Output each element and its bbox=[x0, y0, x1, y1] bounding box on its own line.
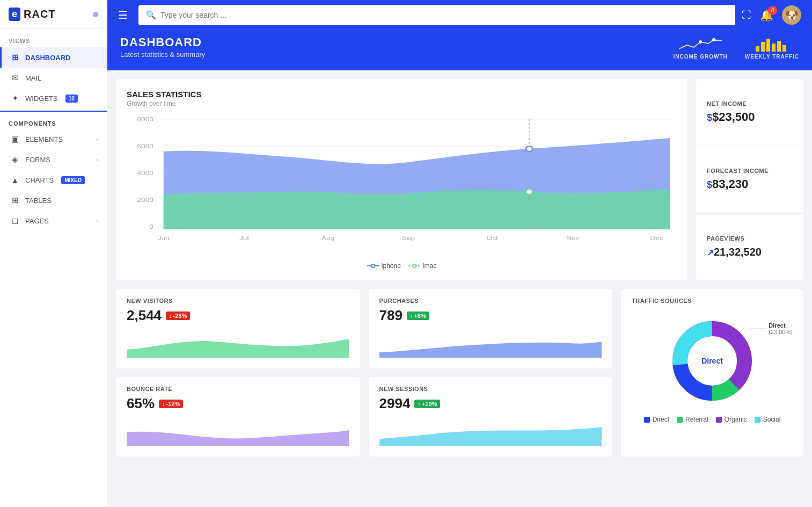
svg-point-1 bbox=[712, 38, 715, 41]
page-subtitle: Latest statistics & summary bbox=[120, 50, 205, 59]
main-content: ☰ 🔍 ⛶ 🔔 4 🐶 DASHBOARD Latest statistics … bbox=[107, 0, 812, 507]
pageviews-label: PAGEVIEWS bbox=[707, 235, 793, 242]
weekly-traffic-chart bbox=[756, 35, 788, 52]
svg-text:Sep: Sep bbox=[402, 235, 415, 241]
donut-callout: Direct (23.00%) bbox=[750, 322, 793, 335]
search-bar[interactable]: 🔍 bbox=[138, 5, 735, 25]
svg-rect-4 bbox=[766, 39, 770, 52]
svg-text:4000: 4000 bbox=[137, 170, 153, 176]
mail-icon: ✉ bbox=[10, 73, 20, 83]
sidebar-item-label: MAIL bbox=[25, 74, 41, 82]
search-icon: 🔍 bbox=[146, 10, 156, 20]
svg-text:6000: 6000 bbox=[137, 143, 153, 149]
new-sessions-title: NEW SESSIONS bbox=[379, 386, 602, 392]
income-growth-label: INCOME GROWTH bbox=[673, 54, 727, 60]
new-sessions-value: 2994 ↑ +19% bbox=[379, 395, 602, 412]
topbar: ☰ 🔍 ⛶ 🔔 4 🐶 bbox=[107, 0, 812, 30]
svg-text:0: 0 bbox=[149, 223, 153, 230]
bounce-rate-badge: ↓ -12% bbox=[159, 400, 183, 408]
svg-rect-2 bbox=[756, 46, 759, 52]
fullscreen-icon[interactable]: ⛶ bbox=[742, 10, 751, 21]
svg-rect-3 bbox=[761, 42, 765, 52]
chart-legend: iphone imac bbox=[127, 262, 677, 270]
forecast-value: $83,230 bbox=[707, 177, 793, 191]
sidebar-item-label: TABLES bbox=[25, 197, 52, 205]
net-income-value: $$23,500 bbox=[707, 110, 793, 124]
svg-rect-5 bbox=[772, 44, 776, 52]
sales-chart-title: SALES STATISTICS bbox=[127, 90, 677, 99]
net-income-cell: NET INCOME $$23,500 bbox=[696, 79, 803, 146]
menu-icon[interactable]: ☰ bbox=[118, 9, 128, 21]
header-widgets: INCOME GROWTH WEEKLY TRAFFIC bbox=[673, 35, 799, 60]
purchases-card: PURCHASES 789 ↑ +8% bbox=[369, 289, 613, 368]
donut-chart-area: Direct Direct (23.00%) bbox=[632, 313, 793, 409]
logo-text: RACT bbox=[24, 8, 56, 20]
svg-text:2000: 2000 bbox=[137, 197, 153, 203]
legend-social: Social bbox=[755, 416, 781, 423]
sidebar-item-label: PAGES bbox=[25, 217, 49, 225]
sidebar-item-pages[interactable]: ◻ PAGES › bbox=[0, 211, 107, 231]
purchases-title: PURCHASES bbox=[379, 298, 602, 304]
sidebar-item-dashboard[interactable]: ⊞ DASHBOARD bbox=[0, 47, 107, 68]
purchases-badge: ↑ +8% bbox=[407, 312, 429, 320]
mini-cards-column: NEW VISITORS 2,544 ↓ -28% PURCHASES bbox=[116, 289, 612, 457]
forecast-label: FORECAST INCOME bbox=[707, 168, 793, 174]
sidebar-item-charts[interactable]: ▲ CHARTS MIXED bbox=[0, 170, 107, 190]
widgets-icon: ✦ bbox=[10, 93, 20, 103]
svg-rect-6 bbox=[777, 41, 781, 52]
search-input[interactable] bbox=[160, 11, 728, 19]
svg-point-19 bbox=[526, 146, 533, 151]
pageviews-cell: PAGEVIEWS ↗21,32,520 bbox=[696, 214, 803, 280]
top-row: SALES STATISTICS Growth over time 8000 6… bbox=[116, 79, 803, 280]
pages-icon: ◻ bbox=[10, 216, 20, 226]
forecast-income-cell: FORECAST INCOME $83,230 bbox=[696, 146, 803, 213]
sidebar: e RACT VIEWS ⊞ DASHBOARD ✉ MAIL ✦ WIDGET… bbox=[0, 0, 107, 507]
legend-iphone: iphone bbox=[367, 262, 401, 270]
income-growth-widget[interactable]: INCOME GROWTH bbox=[673, 35, 727, 60]
svg-rect-7 bbox=[782, 45, 786, 52]
svg-text:Jul: Jul bbox=[239, 235, 249, 241]
sidebar-item-label: DASHBOARD bbox=[25, 54, 71, 62]
bounce-rate-sparkline bbox=[127, 416, 349, 446]
legend-referral: Referral bbox=[677, 416, 708, 423]
new-sessions-sparkline bbox=[379, 416, 602, 446]
chevron-right-icon: › bbox=[96, 136, 98, 142]
purchases-value: 789 ↑ +8% bbox=[379, 307, 602, 324]
sidebar-item-label: WIDGETS bbox=[25, 95, 58, 103]
traffic-sources-card: TRAFFIC SOURCES Di bbox=[621, 289, 803, 457]
new-visitors-sparkline bbox=[127, 328, 349, 358]
svg-text:Nov: Nov bbox=[566, 235, 580, 241]
traffic-legend: Direct Referral Organic Social bbox=[632, 416, 793, 423]
svg-point-29 bbox=[371, 264, 375, 267]
callout-pct: (23.00%) bbox=[769, 329, 793, 335]
svg-text:Aug: Aug bbox=[321, 235, 335, 241]
sidebar-item-widgets[interactable]: ✦ WIDGETS 10 bbox=[0, 88, 107, 108]
avatar[interactable]: 🐶 bbox=[782, 5, 801, 25]
sidebar-item-tables[interactable]: ⊞ TABLES bbox=[0, 190, 107, 211]
donut-center-label: Direct bbox=[701, 357, 723, 365]
legend-imac: imac bbox=[408, 262, 436, 270]
mini-card-row-bottom: BOUNCE RATE 65% ↓ -12% NEW SESSIONS bbox=[116, 377, 612, 457]
notification-button[interactable]: 🔔 4 bbox=[760, 9, 773, 21]
new-sessions-badge: ↑ +19% bbox=[414, 400, 440, 408]
sidebar-item-forms[interactable]: ◈ FORMS › bbox=[0, 149, 107, 170]
weekly-traffic-widget[interactable]: WEEKLY TRAFFIC bbox=[745, 35, 799, 60]
notification-badge: 4 bbox=[768, 6, 777, 15]
content-area: SALES STATISTICS Growth over time 8000 6… bbox=[107, 70, 812, 507]
forms-icon: ◈ bbox=[10, 155, 20, 164]
dashboard-icon: ⊞ bbox=[10, 53, 20, 62]
svg-point-31 bbox=[413, 264, 416, 267]
views-label: VIEWS bbox=[0, 29, 107, 47]
chevron-right-icon: › bbox=[96, 218, 98, 224]
topbar-actions: ⛶ 🔔 4 🐶 bbox=[742, 5, 801, 25]
svg-point-0 bbox=[699, 40, 702, 44]
bounce-rate-card: BOUNCE RATE 65% ↓ -12% bbox=[116, 377, 360, 457]
sales-chart-subtitle: Growth over time bbox=[127, 100, 677, 107]
sidebar-item-elements[interactable]: ▣ ELEMENTS › bbox=[0, 129, 107, 149]
dashboard-header: DASHBOARD Latest statistics & summary IN… bbox=[107, 30, 812, 70]
sidebar-item-mail[interactable]: ✉ MAIL bbox=[0, 68, 107, 88]
traffic-sources-title: TRAFFIC SOURCES bbox=[632, 298, 793, 304]
logo-dot bbox=[93, 12, 98, 17]
legend-direct: Direct bbox=[644, 416, 669, 423]
sales-chart-area: 8000 6000 4000 2000 0 bbox=[127, 114, 677, 270]
